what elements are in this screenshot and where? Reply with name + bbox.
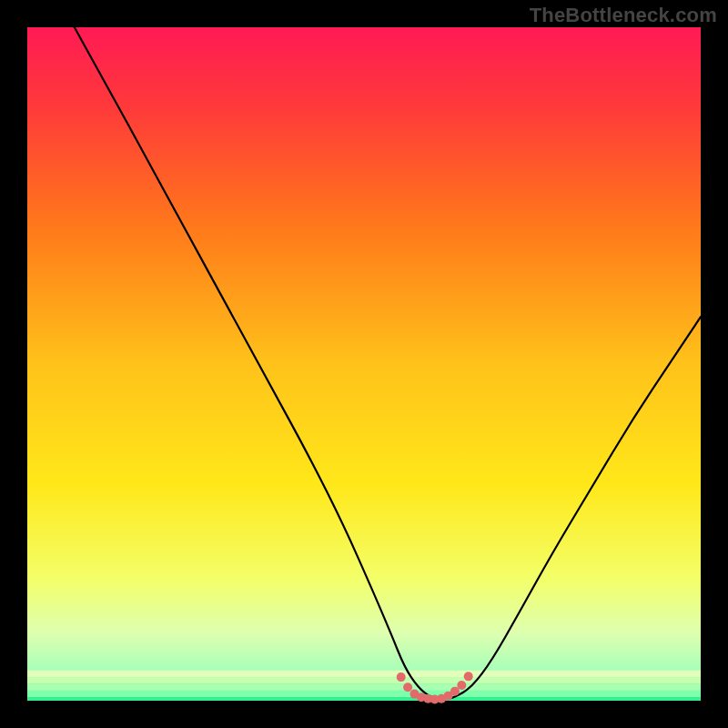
svg-rect-3 xyxy=(27,691,701,697)
svg-rect-4 xyxy=(27,697,701,701)
svg-rect-0 xyxy=(27,671,701,677)
svg-rect-1 xyxy=(27,677,701,683)
svg-rect-2 xyxy=(27,684,701,691)
plot-background xyxy=(27,27,701,701)
bottom-color-bands xyxy=(27,671,701,701)
svg-point-6 xyxy=(403,682,412,692)
bottleneck-chart xyxy=(0,0,728,728)
svg-point-5 xyxy=(397,672,406,682)
svg-point-14 xyxy=(457,681,466,690)
watermark-text: TheBottleneck.com xyxy=(530,4,717,27)
svg-point-13 xyxy=(450,687,460,696)
svg-point-15 xyxy=(464,672,473,681)
chart-frame: TheBottleneck.com xyxy=(0,0,728,728)
